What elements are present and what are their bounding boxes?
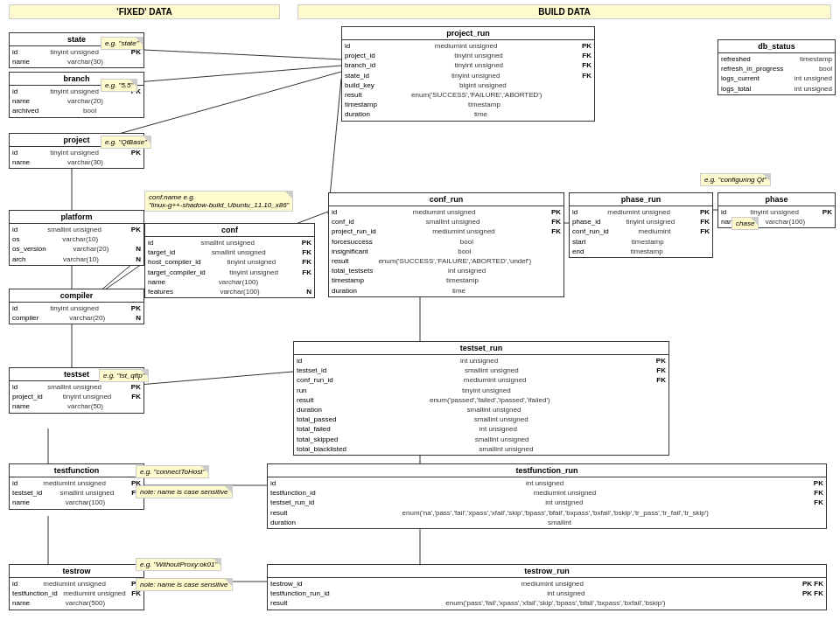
entity-platform-header: platform bbox=[10, 211, 144, 224]
entity-testfunction-header: testfunction bbox=[10, 464, 144, 477]
entity-platform: platform idsmallint unsignedPK osvarchar… bbox=[9, 210, 144, 266]
note-project: e.g. "QtBase" bbox=[101, 136, 151, 149]
note-testfunction-casesensitive: note: name is case sensitive bbox=[136, 485, 233, 498]
entity-db-status: db_status refreshedtimestamp refresh_in_… bbox=[718, 39, 836, 95]
entity-testrow: testrow idmediumint unsignedPK testfunct… bbox=[9, 564, 144, 610]
note-chase: chase bbox=[732, 217, 759, 230]
note-state: e.g. "state" bbox=[101, 37, 144, 50]
entity-compiler-header: compiler bbox=[10, 289, 144, 303]
entity-testset-run-header: testset_run bbox=[294, 342, 668, 355]
diagram-container: 'FIXED' DATA BUILD DATA bbox=[0, 0, 840, 627]
entity-conf-run: conf_run idmediumint unsignedPK conf_ids… bbox=[328, 192, 564, 297]
entity-testfunction-run-header: testfunction_run bbox=[268, 464, 826, 477]
entity-conf-header: conf bbox=[145, 224, 314, 237]
entity-phase-run-header: phase_run bbox=[570, 193, 712, 206]
entity-compiler: compiler idtinyint unsignedPK compilerva… bbox=[9, 289, 144, 324]
section-fixed-data: 'FIXED' DATA bbox=[9, 4, 280, 19]
entity-testfunction: testfunction idmediumint unsignedPK test… bbox=[9, 463, 144, 510]
note-testset: e.g. "tst_qftp" bbox=[99, 369, 149, 382]
entity-project-run-header: project_run bbox=[342, 27, 594, 40]
entity-testrow-run: testrow_run testrow_idmediumint unsigned… bbox=[267, 564, 827, 610]
entity-testfunction-run: testfunction_run idint unsignedPK testfu… bbox=[267, 463, 827, 529]
note-testfunction: e.g. "connectToHost" bbox=[136, 465, 209, 478]
entity-phase-header: phase bbox=[718, 193, 835, 206]
entity-testset-run: testset_run idint unsignedPK testset_ids… bbox=[293, 341, 669, 456]
entity-project-run: project_run idmediumint unsignedPK proje… bbox=[341, 26, 595, 122]
section-build-data: BUILD DATA bbox=[298, 4, 831, 19]
entity-db-status-header: db_status bbox=[718, 40, 835, 53]
entity-phase-run: phase_run idmediumint unsignedPK phase_i… bbox=[569, 192, 713, 258]
note-conf: conf.name e.g."linux-g++-shadow-build_Ub… bbox=[144, 191, 293, 212]
entity-conf: conf idsmallint unsignedPK target_idsmal… bbox=[144, 223, 315, 298]
entity-testrow-header: testrow bbox=[10, 565, 144, 578]
entity-testrow-run-header: testrow_run bbox=[268, 565, 826, 578]
note-testrow-casesensitive: note: name is case sensitive bbox=[136, 578, 233, 591]
note-branch: e.g. "5.5" bbox=[101, 79, 137, 92]
note-testrow: e.g. "WithoutProxy:ok01" bbox=[136, 558, 221, 571]
entity-conf-run-header: conf_run bbox=[329, 193, 564, 206]
note-phase: e.g. "configuring Qt" bbox=[700, 173, 771, 186]
